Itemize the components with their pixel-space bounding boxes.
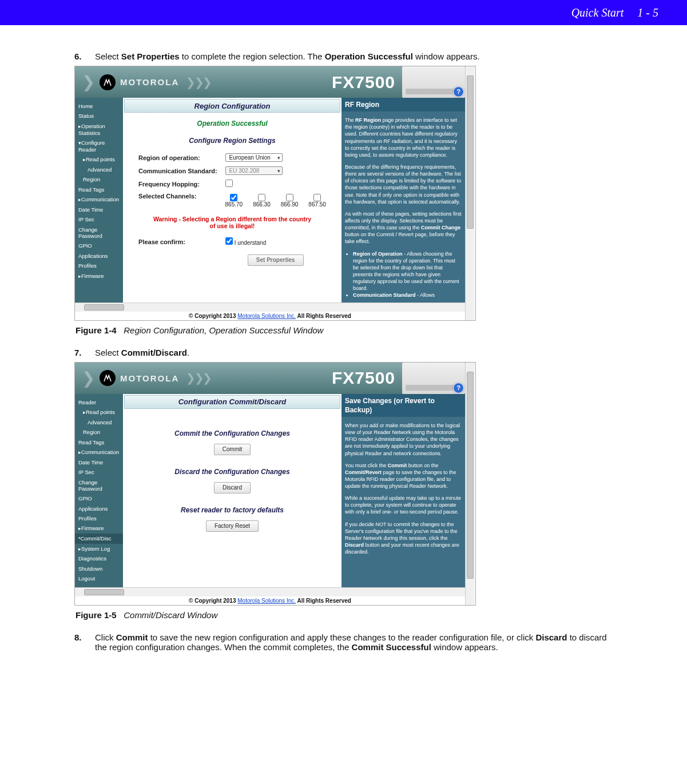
channel-checkbox-1[interactable] [230,194,237,201]
brand-text: MOTOROLA [120,373,179,383]
sidebar-item-status[interactable]: Status [75,111,123,121]
help-text: While a successful update may take up to… [345,495,462,515]
channel-checkbox-4[interactable] [313,194,321,201]
channel-label: 866.90 [281,201,299,208]
help-icon[interactable]: ? [453,86,464,97]
brand-text: MOTOROLA [120,77,179,87]
sidebar-item-read-points[interactable]: Read points [75,154,123,165]
vertical-scrollbar[interactable] [465,363,475,605]
sidebar: Reader Read points Advanced Region Read … [75,394,123,587]
sidebar-item-configure-reader[interactable]: Configure Reader [75,138,123,154]
figure-caption-1-5: Figure 1-5 Commit/Discard Window [76,610,611,620]
horizontal-scrollbar[interactable] [75,587,465,596]
sidebar-item-op-stats[interactable]: Operation Statistics [75,121,123,138]
banner: ❯ MOTOROLA ❯ ❯ ❯ FX7500 [75,363,465,394]
sidebar-item-reader[interactable]: Reader [75,397,123,407]
help-text: Because of the differing frequency requi… [345,164,462,205]
product-name: FX7500 [332,73,402,92]
sidebar-item-gpio[interactable]: GPIO [75,494,123,503]
region-form: Region of operation: European Union Comm… [134,150,331,269]
sidebar-item-applications[interactable]: Applications [75,504,123,514]
page-content: 6. Select Set Properties to complete the… [0,25,687,679]
section-heading: Reset reader to factory defaults [123,506,341,514]
help-list: Region of Operation - Allows choosing th… [353,250,462,299]
horizontal-scrollbar[interactable] [75,303,465,312]
sidebar-item-region[interactable]: Region [75,174,123,184]
help-text: When you add or make modifications to th… [345,422,462,457]
sidebar-item-logout[interactable]: Logout [75,574,123,583]
step-body: Click Commit to save the new region conf… [95,632,613,652]
sidebar-item-ip-sec[interactable]: IP Sec [75,214,123,224]
motorola-logo-icon [100,74,116,90]
factory-reset-button[interactable]: Factory Reset [206,520,259,532]
ui-term: Set Properties [121,51,180,61]
sidebar-item-applications[interactable]: Applications [75,251,123,261]
ui-term: Operation Successful [325,51,413,61]
sidebar-item-read-tags[interactable]: Read Tags [75,437,123,447]
sidebar-item-home[interactable]: Home [75,101,123,111]
sidebar-item-change-password[interactable]: Change Password [75,477,123,494]
freq-hop-checkbox[interactable] [225,180,233,187]
channel-checkbox-2[interactable] [258,194,265,201]
sidebar-item-firmware[interactable]: Firmware [75,523,123,534]
step-number: 6. [74,51,95,61]
discard-button[interactable]: Discard [214,482,251,494]
motorola-logo: MOTOROLA [100,74,179,90]
section-heading: Commit the Configuration Changes [123,429,341,437]
sidebar-item-region[interactable]: Region [75,427,123,437]
banner: ❯ MOTOROLA ❯ ❯ ❯ FX7500 [75,66,465,98]
commit-button[interactable]: Commit [214,444,251,455]
footer-link[interactable]: Motorola Solutions Inc. [237,313,296,319]
help-pane: ? Save Changes (or Revert to Backup) Whe… [341,394,465,587]
header-pageref: 1 - 5 [637,6,658,19]
sidebar-item-read-tags[interactable]: Read Tags [75,185,123,194]
sidebar-item-advanced[interactable]: Advanced [75,417,123,427]
sidebar-item-shutdown[interactable]: Shutdown [75,564,123,574]
sidebar-item-firmware[interactable]: Firmware [75,271,123,281]
footer-link[interactable]: Motorola Solutions Inc. [237,598,296,604]
channel-label: 866.30 [253,201,271,208]
step-8: 8. Click Commit to save the new region c… [74,632,613,652]
ui-term: Commit/Discard [121,348,187,357]
help-icon[interactable]: ? [453,383,464,393]
vertical-scrollbar[interactable] [465,66,475,320]
set-properties-button[interactable]: Set Properties [248,254,304,266]
ui-term: Commit Successful [352,642,431,652]
sidebar-item-profiles[interactable]: Profiles [75,514,123,523]
header-section: Quick Start [571,6,624,19]
sel-channels-label: Selected Channels: [135,191,221,209]
help-title: RF Region [341,98,465,112]
region-select[interactable]: European Union [225,153,283,162]
sidebar-item-change-password[interactable]: Change Password [75,225,123,241]
pane-title: Region Configuration [124,99,340,113]
sidebar-item-system-log[interactable]: System Log [75,544,123,554]
confirm-label: Please confirm: [135,236,221,248]
chevron-icon: ❯ [75,73,100,91]
ui-term: Discard [535,632,567,642]
ui-term: Commit [116,632,148,642]
sidebar-item-profiles[interactable]: Profiles [75,261,123,270]
sidebar-item-commit-discard[interactable]: *Commit/Disc [75,534,123,543]
sidebar-item-gpio[interactable]: GPIO [75,241,123,250]
sidebar-item-communication[interactable]: Communication [75,447,123,457]
sidebar-item-date-time[interactable]: Date Time [75,457,123,467]
step-body: Select Set Properties to complete the re… [95,51,613,61]
comm-std-select[interactable]: EU 302.208 [225,166,283,175]
main-pane: Region Configuration Operation Successfu… [123,98,341,303]
channel-checkbox-3[interactable] [286,194,293,201]
sidebar-item-diagnostics[interactable]: Diagnostics [75,554,123,563]
main-pane: Configuration Commit/Discard Commit the … [123,394,341,587]
sidebar-item-ip-sec[interactable]: IP Sec [75,467,123,477]
sidebar-item-date-time[interactable]: Date Time [75,205,123,214]
sidebar-item-read-points[interactable]: Read points [75,407,123,417]
confirm-checkbox[interactable] [225,237,233,245]
channel-row: 865.70 866.30 866.90 867.50 [225,194,326,208]
sidebar-item-advanced[interactable]: Advanced [75,165,123,174]
sidebar-item-communication[interactable]: Communication [75,194,123,205]
pane-title: Configuration Commit/Discard [124,395,340,409]
freq-hop-label: Frequency Hopping: [135,178,221,190]
figure-caption-1-4: Figure 1-4 Region Configuration, Operati… [76,325,611,335]
step-number: 7. [74,348,95,357]
section-heading: Discard the Configuration Changes [123,468,341,476]
help-text: The RF Region page provides an interface… [345,117,462,158]
